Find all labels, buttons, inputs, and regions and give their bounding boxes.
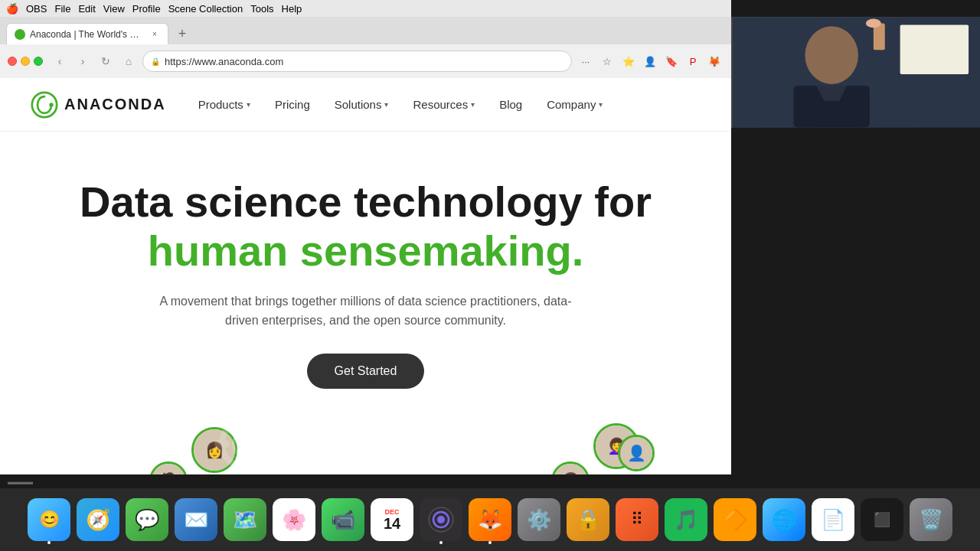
obs-logo [428,507,454,533]
svg-point-17 [437,516,445,523]
apple-icon[interactable]: 🍎 [6,3,18,15]
address-bar[interactable]: 🔒 https://www.anaconda.com [142,51,572,72]
finder-icon[interactable]: 😊 [28,498,70,541]
firefox-dot [488,541,492,544]
file-menu[interactable]: File [54,3,70,15]
company-chevron: ▾ [599,100,603,109]
anaconda-logo[interactable]: ANACONDA [31,91,166,119]
mac-menubar: 🍎 OBS File Edit View Profile Scene Colle… [0,0,731,17]
star-icon[interactable]: ⭐ [619,52,638,70]
hero-section: Data science technology for human sensem… [0,132,731,491]
profile-icon[interactable]: 👤 [641,52,659,70]
svg-point-11 [866,18,881,28]
nav-pricing[interactable]: Pricing [266,92,319,117]
tools-menu[interactable]: Tools [250,3,273,15]
vpn-icon[interactable]: 🌐 [763,498,805,541]
help-menu[interactable]: Help [282,3,302,15]
calendar-icon[interactable]: DEC 14 [371,498,413,541]
minimize-button[interactable] [21,57,30,66]
home-button[interactable]: ⌂ [119,52,138,70]
view-menu[interactable]: View [103,3,125,15]
back-button[interactable]: ‹ [51,52,69,70]
webcam-overlay [731,17,980,128]
nav-resources[interactable]: Resources ▾ [403,92,484,117]
browser-toolbar: ‹ › ↻ ⌂ 🔒 https://www.anaconda.com ··· ☆… [0,44,731,78]
toolbar-right: ··· ☆ ⭐ 👤 🔖 P 🦊 [577,52,724,70]
avatar-1: 👩 [191,427,237,473]
nav-products[interactable]: Products ▾ [189,92,260,117]
nav-company[interactable]: Company ▾ [537,92,612,117]
avatars-row: 👩 👩‍🦱 🧑 👩 👤 [31,419,701,481]
hero-title: Data science technology for human sensem… [80,178,652,276]
dock: 😊 🧭 💬 ✉️ 🗺️ 🌸 📹 DEC 14 [0,488,980,551]
safari-icon[interactable]: 🧭 [77,498,119,541]
anaconda-logo-icon [31,91,58,119]
browser-chrome: Anaconda | The World's Most ... × + ‹ › … [0,17,731,78]
nav-links: Products ▾ Pricing Solutions ▾ Resources… [189,92,701,117]
logo-text: ANACONDA [64,96,166,113]
svg-point-12 [805,26,858,84]
svg-rect-9 [900,24,969,74]
maps-icon[interactable]: 🗺️ [224,498,266,541]
hero-title-line1: Data science technology for [80,178,652,227]
photos-icon[interactable]: 🌸 [273,498,315,541]
webcam-video [733,17,980,128]
bookmark-icon[interactable]: ☆ [598,52,616,70]
obs-dot [439,541,443,544]
obs-indicator: ▬▬▬ [8,477,33,486]
browser-window: Anaconda | The World's Most ... × + ‹ › … [0,17,731,491]
calendar-date: 14 [384,516,400,531]
vlc-icon[interactable]: 🔶 [714,498,756,541]
security-icon: 🔒 [151,57,160,66]
mail-icon[interactable]: ✉️ [175,498,217,541]
document-icon[interactable]: 📄 [812,498,854,541]
launchpad-icon[interactable]: ⠿ [616,498,658,541]
hero-title-line2: human sensemaking. [80,227,652,276]
avatar-5-inner: 👤 [620,437,652,469]
products-chevron: ▾ [247,100,250,109]
tabs-bar: Anaconda | The World's Most ... × + [0,17,731,44]
finder-dot [47,541,51,544]
close-button[interactable] [8,57,17,66]
spotify-icon[interactable]: 🎵 [665,498,707,541]
avatar-1-inner: 👩 [194,429,235,471]
extensions-icon[interactable]: 🔖 [662,52,681,70]
forward-button[interactable]: › [74,52,92,70]
avatar-5: 👤 [618,435,655,471]
refresh-button[interactable]: ↻ [96,52,115,70]
svg-point-1 [49,103,53,106]
tab-favicon [15,29,25,40]
trash-icon[interactable]: 🗑️ [910,498,952,541]
website-content: ANACONDA Products ▾ Pricing Solutions ▾ … [0,78,731,491]
profile-menu[interactable]: Profile [132,3,161,15]
active-tab[interactable]: Anaconda | The World's Most ... × [6,23,168,44]
firefox-icon[interactable]: 🦊 [705,52,724,70]
scene-collection-menu[interactable]: Scene Collection [168,3,243,15]
system-preferences-icon[interactable]: ⚙️ [518,498,560,541]
obs-menu[interactable]: OBS [26,3,47,15]
webcam-person [733,17,980,128]
maximize-button[interactable] [34,57,43,66]
tab-title: Anaconda | The World's Most ... [30,29,145,40]
obs-top-bar: ▬▬▬ [0,474,980,488]
nav-blog[interactable]: Blog [490,92,531,117]
obs-taskbar: ▬▬▬ 😊 🧭 💬 ✉️ 🗺️ 🌸 📹 [0,474,980,551]
pocket-icon[interactable]: P [684,52,702,70]
url-text: https://www.anaconda.com [165,56,283,67]
facetime-icon[interactable]: 📹 [322,498,364,541]
resources-chevron: ▾ [471,100,475,109]
nav-solutions[interactable]: Solutions ▾ [325,92,398,117]
hero-subtitle: A movement that brings together millions… [152,292,580,331]
new-tab-button[interactable]: + [172,23,193,44]
get-started-button[interactable]: Get Started [307,354,425,389]
firefox-dock-icon[interactable]: 🦊 [469,498,511,541]
tab-close-button[interactable]: × [149,29,160,40]
more-options-icon[interactable]: ··· [577,52,595,70]
traffic-lights [8,57,43,66]
edit-menu[interactable]: Edit [78,3,95,15]
terminal-icon[interactable]: ⬛ [861,498,903,541]
lock-icon[interactable]: 🔒 [567,498,609,541]
obs-dock-icon[interactable] [420,498,462,541]
solutions-chevron: ▾ [384,100,388,109]
messages-icon[interactable]: 💬 [126,498,168,541]
